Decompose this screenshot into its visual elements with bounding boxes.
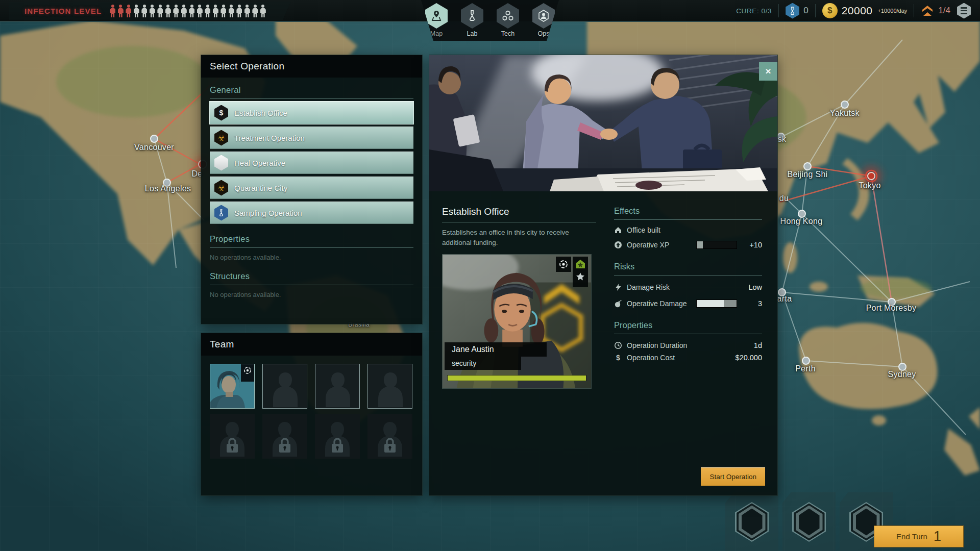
rank-badge-icon [573, 257, 588, 287]
prop-cost-label: Operation Cost [627, 354, 731, 362]
prop-duration-label: Operation Duration [627, 341, 737, 349]
person-icon [141, 4, 147, 18]
operation-treatment[interactable]: ☣ Treatment Operation [210, 127, 413, 149]
sample-flask-icon [214, 205, 228, 221]
research-count: 0 [803, 6, 808, 16]
effect-xp-label: Operative XP [627, 241, 692, 249]
operation-detail-panel: × Establish Office Establishes an office… [429, 55, 777, 495]
risks-header: Risks [614, 262, 762, 276]
empty-hex-slot [782, 492, 836, 551]
offices-chevron-icon [921, 5, 934, 17]
city-label-hong-kong[interactable]: Hong Kong [780, 217, 823, 226]
house-icon [614, 226, 622, 234]
lock-icon [277, 436, 292, 454]
person-icon [252, 4, 258, 18]
offices-count: 1/4 [938, 6, 950, 16]
team-panel: Team [201, 333, 422, 495]
heal-hex-icon [214, 155, 228, 171]
team-slot-jane-austin[interactable] [210, 364, 255, 409]
team-slot-empty[interactable] [368, 364, 412, 409]
city-label-chengdu-partial[interactable]: du [779, 194, 789, 203]
flask-icon [461, 3, 483, 29]
operation-establish-office[interactable]: $ Establish Office [210, 102, 413, 124]
operative-badges [556, 257, 588, 287]
team-slot-locked [262, 414, 307, 459]
divider [914, 4, 914, 17]
person-icon [197, 4, 203, 18]
close-icon[interactable]: × [759, 62, 777, 81]
select-operation-title: Select Operation [210, 61, 284, 72]
research-stat: 0 [786, 3, 808, 19]
operation-label: Treatment Operation [234, 134, 305, 142]
operative-damage-bar [696, 299, 737, 308]
money-amount: 20000 [842, 5, 873, 17]
prop-cost-value: $20.000 [736, 354, 762, 362]
structures-empty-text: No operations available. [210, 291, 413, 298]
end-turn-button[interactable]: End Turn 1 [874, 525, 964, 547]
tab-lab[interactable]: Lab [457, 3, 487, 41]
clock-icon [614, 341, 622, 349]
team-slot-empty[interactable] [315, 364, 360, 409]
cost-dollar-icon: $ [614, 354, 622, 362]
income-per-day: +10000/day [878, 8, 908, 14]
operative-class-badge [241, 364, 254, 382]
effects-header: Effects [614, 206, 762, 220]
properties-section-header: Properties [210, 234, 413, 248]
operation-heal-operative[interactable]: Heal Operative [210, 152, 413, 174]
biohazard-glyph: ☣ [217, 183, 225, 193]
offices-stat: 1/4 [921, 5, 950, 17]
prop-duration-value: 1d [742, 341, 762, 349]
city-label-port-moresby[interactable]: Port Moresby [866, 304, 917, 313]
city-label-vancouver[interactable]: Vancouver [134, 143, 174, 152]
city-label-jakarta-partial[interactable]: arta [777, 294, 792, 304]
menu-icon[interactable] [957, 3, 971, 19]
team-slot-empty[interactable] [262, 364, 307, 409]
person-icon [220, 4, 226, 18]
money-stat: $ 20000 +10000/day [822, 3, 908, 18]
lock-icon [225, 436, 240, 454]
lock-icon [330, 436, 345, 454]
biohazard-glyph: ☣ [217, 133, 225, 143]
person-icon [244, 4, 250, 18]
lightning-icon [614, 283, 622, 291]
xp-progress-bar [696, 241, 737, 249]
infection-level-panel: INFECTION LEVEL [9, 2, 291, 20]
start-operation-button[interactable]: Start Operation [701, 467, 765, 486]
city-label-sydney[interactable]: Sydney [888, 370, 916, 379]
person-icon [110, 4, 115, 18]
lock-icon [382, 436, 398, 454]
person-icon [205, 4, 210, 18]
team-title: Team [210, 339, 234, 350]
handshake-scene-image [429, 55, 777, 191]
team-slot-locked [210, 414, 255, 459]
city-label-perth[interactable]: Perth [795, 364, 816, 373]
select-operation-panel: Select Operation General $ Establish Off… [201, 55, 422, 324]
city-label-tokyo[interactable]: Tokyo [859, 181, 880, 190]
end-turn-label: End Turn [896, 532, 927, 541]
tab-tech[interactable]: Tech [493, 3, 523, 41]
tab-tech-label: Tech [501, 30, 514, 37]
person-icon [126, 4, 131, 18]
risk-damage-value: Low [742, 283, 762, 291]
operative-card[interactable]: Jane Austin security [442, 254, 592, 389]
city-label-irkutsk-partial[interactable]: sk [778, 135, 787, 144]
operation-label: Heal Operative [234, 159, 285, 167]
effect-xp-value: +10 [742, 241, 762, 249]
main-nav: Map Lab Tech Ops [413, 0, 567, 41]
operation-title: Establish Office [442, 206, 596, 222]
structures-section-header: Structures [210, 271, 413, 285]
operation-label: Sampling Operation [234, 209, 302, 217]
operation-quarantine-city[interactable]: ☣ Quarantine City [210, 177, 413, 199]
operative-icon [532, 3, 555, 29]
city-label-yakutsk[interactable]: Yakutsk [830, 109, 860, 118]
city-label-los-angeles[interactable]: Los Angeles [145, 184, 191, 193]
tab-map-label: Map [430, 30, 443, 37]
xp-up-icon [614, 241, 622, 249]
person-icon [181, 4, 187, 18]
person-icon [229, 4, 234, 18]
operation-description: Establishes an office in this city to re… [442, 228, 580, 247]
infection-level-label: INFECTION LEVEL [24, 7, 102, 15]
city-label-beijing-shi[interactable]: Beijing Shi [788, 170, 828, 179]
cure-progress: CURE: 0/3 [736, 7, 772, 15]
operation-sampling[interactable]: Sampling Operation [210, 202, 413, 224]
